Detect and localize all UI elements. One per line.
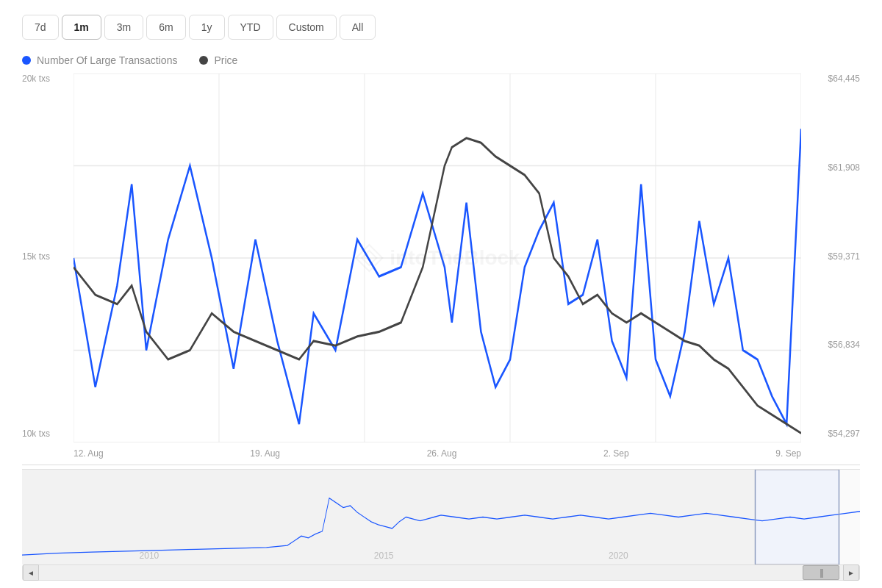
btn-all[interactable]: All bbox=[340, 15, 376, 40]
scrollbar-track: ||| bbox=[39, 565, 843, 580]
legend-dot-price bbox=[199, 56, 208, 65]
legend-dot-transactions bbox=[22, 56, 31, 65]
y-left-mid: 15k txs bbox=[22, 251, 50, 262]
y-right-3: $59,371 bbox=[828, 251, 860, 262]
x-label-aug19: 19. Aug bbox=[250, 448, 280, 459]
nav-year-2010: 2010 bbox=[140, 551, 159, 561]
y-left-top: 20k txs bbox=[22, 74, 50, 84]
x-label-sep9: 9. Sep bbox=[775, 448, 801, 459]
price-line bbox=[74, 138, 801, 434]
btn-6m[interactable]: 6m bbox=[146, 15, 185, 40]
scrollbar: ◄ ||| ► bbox=[22, 564, 860, 581]
btn-custom[interactable]: Custom bbox=[276, 15, 337, 40]
main-container: 7d 1m 3m 6m 1y YTD Custom All Number Of … bbox=[0, 0, 882, 588]
main-chart: 20k txs 15k txs 10k txs $64,445 $61,908 … bbox=[22, 74, 860, 465]
x-label-aug12: 12. Aug bbox=[74, 448, 104, 459]
navigator-x-axis: 2010 2015 2020 bbox=[22, 542, 860, 564]
x-label-aug26: 26. Aug bbox=[427, 448, 457, 459]
btn-7d[interactable]: 7d bbox=[22, 15, 59, 40]
chart-svg-area: intoTheBlock bbox=[74, 74, 801, 442]
btn-3m[interactable]: 3m bbox=[104, 15, 143, 40]
chart-legend: Number Of Large Transactions Price bbox=[22, 54, 860, 66]
y-right-2: $61,908 bbox=[828, 162, 860, 173]
btn-1m[interactable]: 1m bbox=[62, 15, 101, 40]
navigator: 2010 2015 2020 bbox=[22, 469, 860, 564]
x-axis: 12. Aug 19. Aug 26. Aug 2. Sep 9. Sep bbox=[74, 442, 801, 465]
btn-1y[interactable]: 1y bbox=[189, 15, 225, 40]
legend-transactions: Number Of Large Transactions bbox=[22, 54, 177, 66]
scroll-thumb[interactable]: ||| bbox=[803, 565, 839, 580]
scroll-thumb-grip: ||| bbox=[820, 567, 822, 578]
legend-price: Price bbox=[199, 54, 237, 66]
y-right-1: $64,445 bbox=[828, 74, 860, 84]
scroll-right-button[interactable]: ► bbox=[843, 564, 859, 581]
legend-label-transactions: Number Of Large Transactions bbox=[37, 54, 177, 66]
chart-wrapper: 20k txs 15k txs 10k txs $64,445 $61,908 … bbox=[22, 74, 860, 581]
x-label-sep2: 2. Sep bbox=[603, 448, 629, 459]
main-chart-svg bbox=[74, 74, 801, 442]
y-axis-right: $64,445 $61,908 $59,371 $56,834 $54,297 bbox=[828, 74, 860, 442]
nav-year-2020: 2020 bbox=[609, 551, 628, 561]
y-axis-left: 20k txs 15k txs 10k txs bbox=[22, 74, 50, 442]
scroll-left-button[interactable]: ◄ bbox=[23, 564, 39, 581]
nav-year-2015: 2015 bbox=[374, 551, 394, 561]
y-left-bottom: 10k txs bbox=[22, 429, 50, 439]
legend-label-price: Price bbox=[214, 54, 237, 66]
y-right-5: $54,297 bbox=[828, 429, 860, 439]
y-right-4: $56,834 bbox=[828, 340, 860, 350]
btn-ytd[interactable]: YTD bbox=[228, 15, 273, 40]
time-range-selector: 7d 1m 3m 6m 1y YTD Custom All bbox=[22, 15, 860, 40]
transactions-line bbox=[74, 129, 801, 424]
